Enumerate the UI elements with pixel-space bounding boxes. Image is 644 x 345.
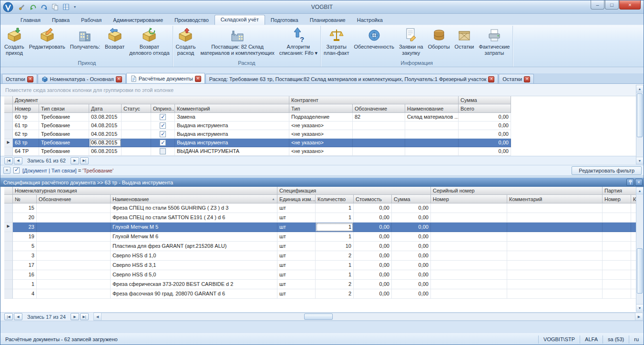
cell-serial-comment[interactable] [507,213,603,223]
cell-batch-comment[interactable] [631,242,636,251]
doc-tab-rashod[interactable]: Расход: Требование 63 тр, Поставщик:82 С… [205,74,499,83]
col-header-number[interactable]: Номер [13,104,39,113]
scrollbar-thumb[interactable] [637,93,643,137]
cell-status[interactable] [122,130,151,139]
edit-filter-button[interactable]: Редактировать фильтр [572,166,642,175]
cell-qty[interactable]: 1 [316,213,354,223]
nav-next-button[interactable]: ▶ [71,313,79,320]
table-row[interactable]: 62 тр Требование 04.08.2015 Выдача инстр… [0,130,636,139]
cell-date[interactable]: 04.08.2015 [89,122,122,130]
cell-status[interactable] [122,147,151,156]
table-row[interactable]: 61 тр Требование 04.08.2015 Выдача инстр… [0,122,636,130]
cell-designation[interactable] [37,213,111,223]
tools-icon[interactable] [17,3,27,11]
tab-planirovanie[interactable]: Планирование [304,16,351,25]
minimize-button[interactable]: – [591,0,604,10]
cell-unit[interactable]: шт [277,232,316,242]
cell-batch-number[interactable] [603,270,631,280]
tab-nastroyka[interactable]: Настройка [351,16,388,25]
cell-price[interactable]: 0,00 [354,242,392,251]
tab-skladskoy-uchet[interactable]: Складской учёт [215,15,265,25]
cell-no[interactable]: 16 [13,270,37,280]
cell-unit[interactable]: шт [277,242,316,251]
table-row[interactable]: 60 тр Требование 03.08.2015 Замена Подра… [0,113,636,122]
cell-qty[interactable]: 10 [316,242,354,251]
cell-serial-comment[interactable] [507,289,603,299]
table-row[interactable]: 4 Фреза фасочная 90 град. 208070 GARANT … [0,289,636,299]
cell-number[interactable]: 62 тр [13,130,39,139]
cell-price[interactable]: 0,00 [354,270,392,280]
close-icon[interactable]: × [27,76,33,82]
band-header-contragent[interactable]: Контрагент [289,96,459,104]
cell-date-focused[interactable]: 06.08.2015 [89,139,122,147]
cell-batch-comment[interactable] [631,289,636,299]
cell-name[interactable]: Сверло HSS d 5,0 [111,270,277,280]
cell-qty[interactable]: 1 [316,270,354,280]
cell-link-type[interactable]: Требование [39,130,89,139]
scroll-left-icon[interactable]: ◀ [94,313,102,320]
cell-serial-number[interactable] [431,213,507,223]
cell-comment[interactable]: Замена [175,113,289,122]
cell-date[interactable]: 04.08.2015 [89,130,122,139]
cell-qty[interactable]: 2 [316,289,354,299]
cell-batch-comment[interactable] [631,261,636,270]
create-expense-button[interactable]: Создать расход [174,26,198,60]
supplier-button[interactable]: Поставщик: 82 Склад материалов и комплек… [198,26,276,60]
cell-designation[interactable] [353,122,405,130]
cell-designation[interactable] [353,147,405,156]
cell-date[interactable]: 06.08.2015 [89,147,122,156]
cell-price[interactable]: 0,00 [354,223,392,232]
cell-serial-comment[interactable] [507,270,603,280]
cell-link-type[interactable]: Требование [39,122,89,130]
cell-qty[interactable]: 1 [316,261,354,270]
nav-prev-button[interactable]: ◀ [14,313,22,320]
col-header-link-type[interactable]: Тип связи [39,104,89,113]
create-income-button[interactable]: Создать приход [2,26,27,60]
cell-name[interactable]: Глухой Метчик М 5 [111,223,277,232]
cell-total[interactable]: 0,00 [459,139,511,147]
cell-sum[interactable]: 0,00 [392,289,431,299]
table-row[interactable]: 15 Фреза СПЕЦ по стали 5506 GUHRING ( Z3… [0,203,636,213]
horizontal-scrollbar[interactable]: ◀ ▶ [93,313,643,321]
col-header-date[interactable]: Дата [89,104,122,113]
cell-name[interactable]: Фреза сферическая 373-2020 BEST CARBIDE … [111,280,277,289]
cell-posted[interactable] [151,139,175,147]
cell-no[interactable]: 17 [13,261,37,270]
scrollbar-thumb[interactable] [304,314,333,320]
band-header-sum[interactable]: Сумма [459,96,511,104]
col-header-unit[interactable]: Единица изм... [277,195,316,203]
cell-designation[interactable] [37,242,111,251]
cell-batch-comment[interactable] [631,280,636,289]
cell-name[interactable] [405,130,459,139]
purchase-requests-button[interactable]: Заявки на закупку [397,26,426,60]
band-header-document[interactable]: Документ [13,96,289,104]
cell-serial-number[interactable] [431,203,507,213]
doc-tab-nomenklatura[interactable]: Номенклатура - Основная × [38,74,126,83]
doc-tab-raschetnye-dokumenty[interactable]: Расчётные документы × [126,73,205,83]
cell-batch-comment[interactable] [631,223,636,232]
cell-serial-comment[interactable] [507,261,603,270]
cell-total[interactable]: 0,00 [459,113,511,122]
cell-unit[interactable]: шт [277,289,316,299]
col-header-posted[interactable]: Оприхо... [151,104,175,113]
cell-comment[interactable]: Выдача инструмента [175,130,289,139]
cell-batch-number[interactable] [603,280,631,289]
return-button[interactable]: Возврат [102,26,127,60]
nav-first-button[interactable]: |◀ [4,157,13,164]
cell-total[interactable]: 0,00 [459,130,511,139]
cell-name[interactable]: Сверло HSS d 3,1 [111,261,277,270]
band-header-batch[interactable]: Партия [603,187,636,195]
cell-sum[interactable]: 0,00 [392,261,431,270]
col-header-sum[interactable]: Сумма [392,195,431,203]
table-row[interactable]: 64 ТР Требование 06.08.2015 ВЫДАЧА ИНСТР… [0,147,636,156]
col-header-batch-number[interactable]: Номер [603,195,631,203]
cell-posted[interactable] [151,147,175,156]
tab-rabochaya[interactable]: Рабочая [75,16,107,25]
cell-qty[interactable]: 2 [316,251,354,261]
cell-unit[interactable]: шт [277,261,316,270]
cell-serial-comment[interactable] [507,242,603,251]
cell-agent-type[interactable]: <не указано> [289,139,353,147]
cell-agent-type[interactable]: <не указано> [289,147,353,156]
cell-price[interactable]: 0,00 [354,280,392,289]
cell-sum[interactable]: 0,00 [392,242,431,251]
